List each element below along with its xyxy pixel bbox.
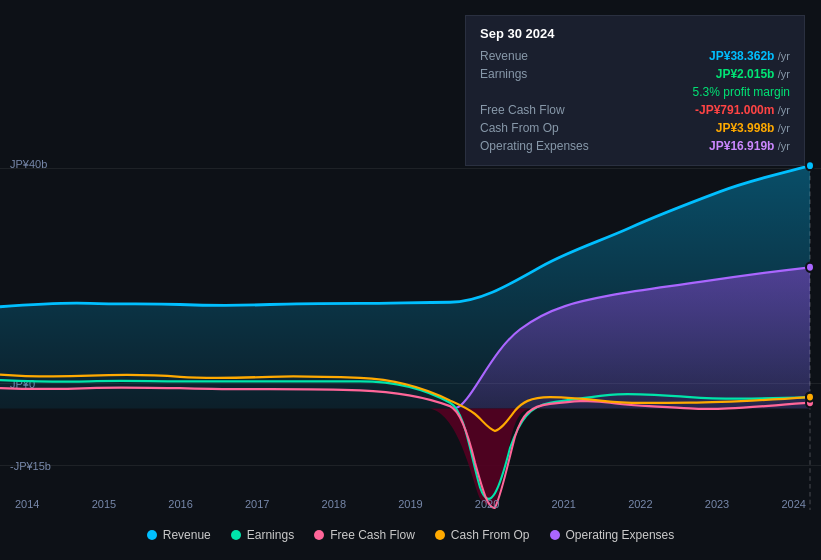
x-label-2024: 2024 xyxy=(781,498,805,510)
x-label-2022: 2022 xyxy=(628,498,652,510)
tooltip-value-cashop: JP¥3.998b xyxy=(716,121,775,135)
tooltip-value-opex: JP¥16.919b xyxy=(709,139,774,153)
x-label-2023: 2023 xyxy=(705,498,729,510)
legend-label-revenue: Revenue xyxy=(163,528,211,542)
legend-label-earnings: Earnings xyxy=(247,528,294,542)
x-label-2019: 2019 xyxy=(398,498,422,510)
legend-item-revenue[interactable]: Revenue xyxy=(147,528,211,542)
x-label-2021: 2021 xyxy=(551,498,575,510)
legend-item-fcf[interactable]: Free Cash Flow xyxy=(314,528,415,542)
legend-dot-cashop xyxy=(435,530,445,540)
tooltip-label-fcf: Free Cash Flow xyxy=(480,103,565,117)
chart-legend: Revenue Earnings Free Cash Flow Cash Fro… xyxy=(0,520,821,550)
tooltip-row-cashop: Cash From Op JP¥3.998b /yr xyxy=(480,119,790,137)
svg-point-6 xyxy=(806,393,814,402)
tooltip-row-revenue: Revenue JP¥38.362b /yr xyxy=(480,47,790,65)
tooltip-value-revenue: JP¥38.362b xyxy=(709,49,774,63)
tooltip-unit-earnings: /yr xyxy=(778,68,790,80)
x-label-2016: 2016 xyxy=(168,498,192,510)
x-label-2014: 2014 xyxy=(15,498,39,510)
tooltip-label-earnings: Earnings xyxy=(480,67,527,81)
tooltip-label-cashop: Cash From Op xyxy=(480,121,559,135)
tooltip-unit-revenue: /yr xyxy=(778,50,790,62)
x-label-2017: 2017 xyxy=(245,498,269,510)
tooltip-date: Sep 30 2024 xyxy=(480,26,790,41)
chart-area[interactable] xyxy=(0,160,821,510)
tooltip-unit-cashop: /yr xyxy=(778,122,790,134)
tooltip-label-opex: Operating Expenses xyxy=(480,139,589,153)
legend-item-cashop[interactable]: Cash From Op xyxy=(435,528,530,542)
tooltip-value-fcf: -JP¥791.000m xyxy=(695,103,774,117)
x-label-2018: 2018 xyxy=(322,498,346,510)
legend-dot-earnings xyxy=(231,530,241,540)
legend-item-opex[interactable]: Operating Expenses xyxy=(550,528,675,542)
x-label-2020: 2020 xyxy=(475,498,499,510)
legend-label-fcf: Free Cash Flow xyxy=(330,528,415,542)
x-label-2015: 2015 xyxy=(92,498,116,510)
tooltip-value-earnings: JP¥2.015b xyxy=(716,67,775,81)
tooltip-profit-margin: 5.3% profit margin xyxy=(693,85,790,99)
svg-point-3 xyxy=(806,263,814,272)
legend-label-cashop: Cash From Op xyxy=(451,528,530,542)
chart-svg xyxy=(0,160,821,510)
tooltip-row-fcf: Free Cash Flow -JP¥791.000m /yr xyxy=(480,101,790,119)
tooltip-label-revenue: Revenue xyxy=(480,49,528,63)
tooltip-card: Sep 30 2024 Revenue JP¥38.362b /yr Earni… xyxy=(465,15,805,166)
legend-item-earnings[interactable]: Earnings xyxy=(231,528,294,542)
tooltip-row-earnings: Earnings JP¥2.015b /yr xyxy=(480,65,790,83)
tooltip-row-margin: 5.3% profit margin xyxy=(480,83,790,101)
tooltip-unit-fcf: /yr xyxy=(778,104,790,116)
legend-label-opex: Operating Expenses xyxy=(566,528,675,542)
legend-dot-revenue xyxy=(147,530,157,540)
tooltip-unit-opex: /yr xyxy=(778,140,790,152)
legend-dot-fcf xyxy=(314,530,324,540)
legend-dot-opex xyxy=(550,530,560,540)
svg-point-2 xyxy=(806,161,814,170)
tooltip-row-opex: Operating Expenses JP¥16.919b /yr xyxy=(480,137,790,155)
x-axis: 2014 2015 2016 2017 2018 2019 2020 2021 … xyxy=(0,498,821,510)
chart-container: Sep 30 2024 Revenue JP¥38.362b /yr Earni… xyxy=(0,0,821,560)
